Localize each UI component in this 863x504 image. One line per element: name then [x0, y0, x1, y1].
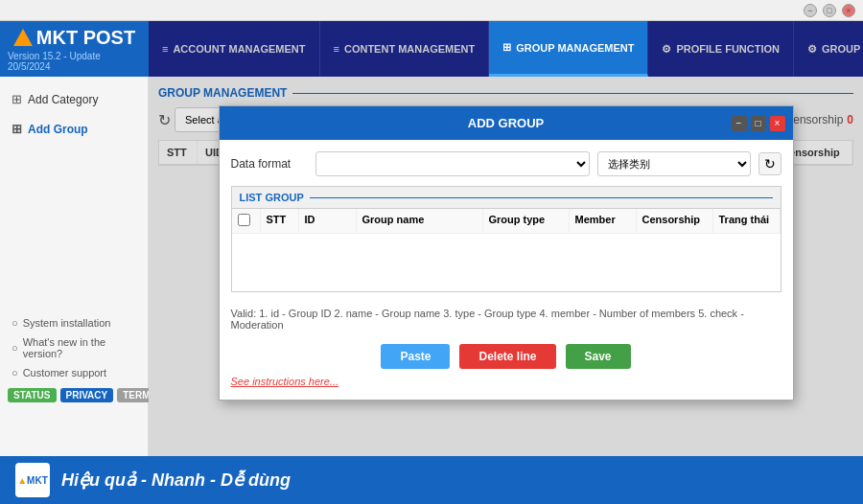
- version-text: Version 15.2 - Update 20/5/2024: [8, 51, 141, 72]
- logo-text: MKT POST: [13, 27, 135, 49]
- sidebar-footer: ○ System installation ○ What's new in th…: [0, 308, 149, 408]
- tab-profile[interactable]: ⚙ PROFILE FUNCTION: [648, 21, 794, 77]
- group-tab-label: GROUP MANAGEMENT: [516, 42, 634, 54]
- sidebar-item-add-category[interactable]: ⊞ Add Category: [0, 84, 148, 114]
- bottom-logo-triangle: ▲: [17, 475, 27, 486]
- sidebar-item-add-group-label: Add Group: [28, 123, 88, 136]
- close-button[interactable]: ×: [842, 4, 855, 17]
- list-group-header: LIST GROUP: [232, 187, 781, 209]
- minimize-button[interactable]: −: [804, 4, 817, 17]
- bottom-logo-text: MKT: [27, 475, 48, 486]
- lcol-grouptype: Group type: [483, 209, 570, 233]
- paste-button[interactable]: Paste: [381, 344, 450, 369]
- whats-new-icon: ○: [12, 342, 18, 354]
- lcol-member: Member: [570, 209, 637, 233]
- instructions-link-wrap: See instructions here...: [231, 375, 781, 388]
- add-group-modal: ADD GROUP − □ × Data format: [219, 105, 794, 401]
- maximize-button[interactable]: □: [823, 4, 836, 17]
- valid-text: Valid: 1. id - Group ID 2. name - Group …: [231, 302, 781, 336]
- data-format-label: Data format: [231, 157, 308, 171]
- system-install-label: System installation: [23, 317, 111, 329]
- customer-support-label: Customer support: [23, 367, 106, 378]
- profile-tab-label: PROFILE FUNCTION: [676, 43, 780, 55]
- lcol-stt: STT: [261, 209, 299, 233]
- content-area: GROUP MANAGEMENT ↻ Select account catego…: [149, 77, 863, 456]
- modal-refresh-btn[interactable]: ↻: [758, 152, 781, 175]
- data-format-row: Data format 选择类别 ↻: [231, 151, 781, 176]
- main-content: ⊞ Add Category ⊞ Add Group ○ System inst…: [0, 77, 863, 456]
- whats-new-item[interactable]: ○ What's new in the version?: [8, 332, 141, 363]
- whats-new-label: What's new in the version?: [23, 336, 137, 359]
- tab-groupfunc[interactable]: ⚙ GROUP FUNC...: [794, 21, 863, 77]
- list-group-table-header: STT ID Group name Group type Member Cens…: [232, 209, 781, 234]
- sidebar: ⊞ Add Category ⊞ Add Group ○ System inst…: [0, 77, 149, 456]
- save-button[interactable]: Save: [566, 344, 631, 369]
- logo-title: MKT POST: [36, 27, 135, 49]
- system-install-icon: ○: [12, 317, 18, 329]
- logo-area: MKT POST Version 15.2 - Update 20/5/2024: [0, 21, 149, 77]
- list-group-section: LIST GROUP STT ID Group name Group type …: [231, 186, 781, 292]
- modal-title: ADD GROUP: [468, 116, 544, 130]
- tab-account[interactable]: ≡ ACCOUNT MANAGEMENT: [149, 21, 320, 77]
- content-tab-label: CONTENT MANAGEMENT: [344, 43, 475, 55]
- lcol-id: ID: [299, 209, 357, 233]
- profile-tab-icon: ⚙: [662, 43, 671, 56]
- app-header: MKT POST Version 15.2 - Update 20/5/2024…: [0, 21, 863, 77]
- modal-close-btn[interactable]: ×: [770, 116, 785, 131]
- col-check: [232, 209, 261, 233]
- refresh-icon: ↻: [764, 156, 776, 172]
- select-all-checkbox[interactable]: [238, 214, 250, 226]
- list-group-title: LIST GROUP: [240, 192, 304, 203]
- bottom-slogan: Hiệu quả - Nhanh - Dễ dùng: [61, 470, 291, 491]
- customer-support-icon: ○: [12, 367, 18, 378]
- groupfunc-tab-icon: ⚙: [807, 43, 817, 56]
- add-category-icon: ⊞: [12, 92, 22, 106]
- window-controls: − □ ×: [804, 4, 855, 17]
- modal-controls: − □ ×: [732, 116, 785, 131]
- group-tab-icon: ⊞: [502, 41, 511, 54]
- bottom-logo: ▲ MKT: [15, 463, 50, 497]
- list-group-body: [232, 234, 781, 291]
- customer-support-item[interactable]: ○ Customer support: [8, 363, 141, 382]
- account-tab-label: ACCOUNT MANAGEMENT: [173, 43, 305, 55]
- bottom-bar: ▲ MKT Hiệu quả - Nhanh - Dễ dùng: [0, 456, 863, 504]
- tab-group[interactable]: ⊞ GROUP MANAGEMENT: [489, 21, 648, 77]
- nav-tabs: ≡ ACCOUNT MANAGEMENT ≡ CONTENT MANAGEMEN…: [149, 21, 863, 77]
- lcol-status: Trang thái: [713, 209, 781, 233]
- groupfunc-tab-label: GROUP FUNC...: [822, 43, 863, 55]
- title-bar: − □ ×: [0, 0, 863, 21]
- tab-content[interactable]: ≡ CONTENT MANAGEMENT: [320, 21, 490, 77]
- account-tab-icon: ≡: [162, 43, 168, 55]
- category-select[interactable]: 选择类别: [597, 151, 751, 176]
- instructions-link[interactable]: See instructions here...: [231, 376, 339, 387]
- privacy-badge[interactable]: PRIVACY: [60, 388, 114, 402]
- delete-line-button[interactable]: Delete line: [459, 344, 555, 369]
- status-badge[interactable]: STATUS: [8, 388, 57, 402]
- modal-body: Data format 选择类别 ↻: [220, 140, 793, 400]
- modal-titlebar: ADD GROUP − □ ×: [220, 106, 793, 140]
- data-format-select[interactable]: [315, 151, 590, 176]
- footer-badges: STATUS PRIVACY TERMS: [8, 388, 141, 402]
- lcol-groupname: Group name: [357, 209, 483, 233]
- modal-overlay: ADD GROUP − □ × Data format: [149, 77, 863, 456]
- modal-actions: Paste Delete line Save: [231, 344, 781, 369]
- add-group-icon: ⊞: [12, 122, 22, 136]
- lcol-censorship: Censorship: [637, 209, 713, 233]
- sidebar-item-add-category-label: Add Category: [28, 93, 98, 106]
- logo-triangle-icon: [13, 29, 33, 46]
- modal-minimize-btn[interactable]: −: [732, 116, 747, 131]
- modal-maximize-btn[interactable]: □: [751, 116, 766, 131]
- sidebar-item-add-group[interactable]: ⊞ Add Group: [0, 114, 148, 144]
- content-tab-icon: ≡: [334, 43, 339, 55]
- system-install-item[interactable]: ○ System installation: [8, 313, 141, 332]
